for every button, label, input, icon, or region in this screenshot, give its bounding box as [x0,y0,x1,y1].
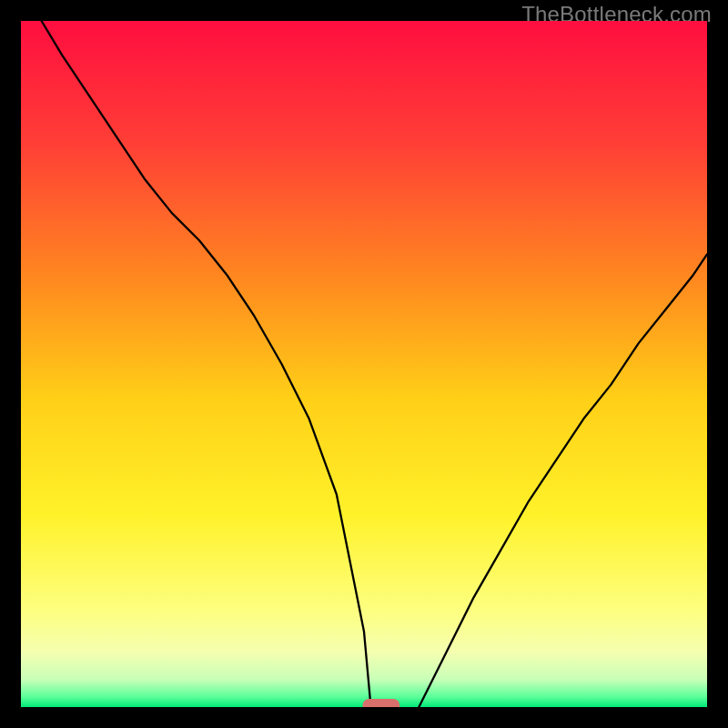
optimal-marker [362,699,399,707]
chart-container: TheBottleneck.com [0,0,728,728]
gradient-background [21,21,707,707]
bottleneck-chart [21,21,707,707]
